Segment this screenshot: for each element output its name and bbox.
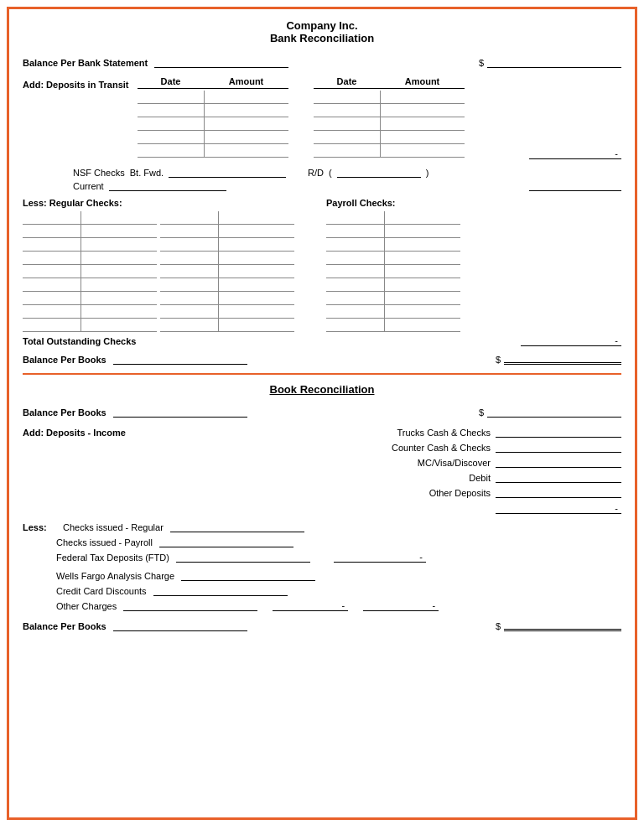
balance-bank-field[interactable] [154, 56, 288, 68]
dep-cell-amount-1-5[interactable] [205, 144, 288, 157]
reg-amount-b-2[interactable] [219, 225, 294, 237]
pay-amount-1[interactable] [385, 211, 460, 224]
pay-amount-8[interactable] [385, 305, 460, 318]
pay-date-8[interactable] [326, 305, 385, 318]
dep-cell-amount-2-4[interactable] [381, 131, 465, 143]
final-balance-label: Balance Per Books [23, 621, 106, 631]
reg-amount-a-3[interactable] [81, 238, 157, 251]
bank-balance-books-field[interactable] [113, 353, 247, 365]
dep-cell-date-1-3[interactable] [138, 117, 205, 130]
reg-amount-a-8[interactable] [81, 305, 157, 318]
trucks-field[interactable] [496, 426, 621, 438]
other-charges-field[interactable] [123, 599, 257, 611]
reg-date-a-8[interactable] [23, 305, 81, 318]
reg-amount-b-9[interactable] [219, 319, 294, 331]
rd-field[interactable] [337, 166, 421, 178]
reg-date-b-8[interactable] [160, 305, 219, 318]
dep-cell-date-2-1[interactable] [314, 91, 381, 103]
dep-cell-amount-2-5[interactable] [381, 144, 465, 157]
dep-cell-amount-1-3[interactable] [205, 117, 288, 130]
reg-date-b-9[interactable] [160, 319, 219, 331]
reg-date-b-3[interactable] [160, 238, 219, 251]
reg-amount-a-1[interactable] [81, 211, 157, 224]
pay-date-3[interactable] [326, 238, 385, 251]
reg-amount-b-4[interactable] [219, 252, 294, 264]
reg-amount-b-6[interactable] [219, 278, 294, 291]
book-balance-field[interactable] [113, 406, 247, 418]
dep-cell-amount-1-4[interactable] [205, 131, 288, 143]
final-balance-field[interactable] [113, 620, 247, 631]
reg-date-b-6[interactable] [160, 278, 219, 291]
dep-cell-amount-2-1[interactable] [381, 91, 465, 103]
pay-amount-4[interactable] [385, 252, 460, 264]
counter-field[interactable] [496, 441, 621, 453]
dep-cell-amount-2-3[interactable] [381, 117, 465, 130]
reg-date-b-7[interactable] [160, 292, 219, 304]
reg-date-a-4[interactable] [23, 252, 81, 264]
reg-amount-a-4[interactable] [81, 252, 157, 264]
reg-date-b-5[interactable] [160, 265, 219, 278]
pay-amount-3[interactable] [385, 238, 460, 251]
dep-cell-amount-1-2[interactable] [205, 104, 288, 117]
other-deposits-field[interactable] [496, 486, 621, 498]
reg-date-a-3[interactable] [23, 238, 81, 251]
reg-date-a-2[interactable] [23, 225, 81, 237]
reg-amount-a-6[interactable] [81, 278, 157, 291]
reg-amount-a-7[interactable] [81, 292, 157, 304]
pay-date-6[interactable] [326, 278, 385, 291]
bank-balance-books-amount[interactable] [504, 351, 621, 365]
dep-cell-date-1-5[interactable] [138, 144, 205, 157]
pay-amount-2[interactable] [385, 225, 460, 237]
reg-date-a-7[interactable] [23, 292, 81, 304]
pay-row-8 [326, 305, 460, 319]
reg-amount-a-2[interactable] [81, 225, 157, 237]
dep-cell-date-2-4[interactable] [314, 131, 381, 143]
dep-cell-date-2-3[interactable] [314, 117, 381, 130]
pay-date-5[interactable] [326, 265, 385, 278]
pay-amount-6[interactable] [385, 278, 460, 291]
pay-date-9[interactable] [326, 319, 385, 331]
dep-cell-date-2-2[interactable] [314, 104, 381, 117]
less-checks-payroll-field[interactable] [159, 536, 293, 547]
credit-card-field[interactable] [153, 584, 288, 596]
reg-amount-a-9[interactable] [81, 319, 157, 331]
pay-date-4[interactable] [326, 252, 385, 264]
reg-amount-b-5[interactable] [219, 265, 294, 278]
dep-cell-amount-1-1[interactable] [205, 91, 288, 103]
pay-date-7[interactable] [326, 292, 385, 304]
pay-amount-9[interactable] [385, 319, 460, 331]
nsf-btfwd-field[interactable] [169, 166, 286, 178]
debit-field[interactable] [496, 471, 621, 483]
pay-amount-7[interactable] [385, 292, 460, 304]
wells-fargo-field[interactable] [181, 569, 315, 581]
pay-date-1[interactable] [326, 211, 385, 224]
book-balance-amount[interactable] [487, 406, 621, 418]
reg-date-a-5[interactable] [23, 265, 81, 278]
final-balance-amount[interactable] [504, 618, 621, 631]
reg-date-b-1[interactable] [160, 211, 219, 224]
reg-row-a-1 [23, 211, 157, 225]
dep-cell-date-1-1[interactable] [138, 91, 205, 103]
mc-field[interactable] [496, 456, 621, 468]
current-field[interactable] [109, 179, 226, 191]
col-date-1: Date [138, 76, 205, 89]
pay-date-2[interactable] [326, 225, 385, 237]
reg-date-b-4[interactable] [160, 252, 219, 264]
less-checks-regular-field[interactable] [170, 521, 304, 532]
reg-date-a-6[interactable] [23, 278, 81, 291]
reg-date-a-1[interactable] [23, 211, 81, 224]
dep-cell-date-1-2[interactable] [138, 104, 205, 117]
dep-cell-amount-2-2[interactable] [381, 104, 465, 117]
reg-amount-b-7[interactable] [219, 292, 294, 304]
reg-amount-b-1[interactable] [219, 211, 294, 224]
reg-amount-a-5[interactable] [81, 265, 157, 278]
balance-bank-amount[interactable] [487, 56, 621, 68]
pay-amount-5[interactable] [385, 265, 460, 278]
dep-cell-date-1-4[interactable] [138, 131, 205, 143]
reg-amount-b-8[interactable] [219, 305, 294, 318]
reg-amount-b-3[interactable] [219, 238, 294, 251]
less-ftd-field[interactable] [176, 551, 310, 563]
dep-cell-date-2-5[interactable] [314, 144, 381, 157]
reg-date-a-9[interactable] [23, 319, 81, 331]
reg-date-b-2[interactable] [160, 225, 219, 237]
